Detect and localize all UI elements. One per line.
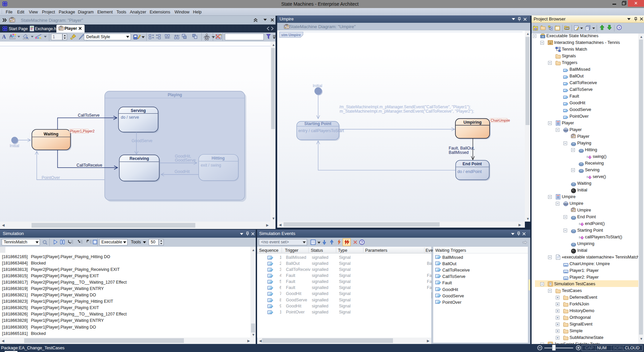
svg-text:entry / callPlayersToStart: entry / callPlayersToStart bbox=[298, 128, 344, 133]
svg-text:BallMissed: BallMissed bbox=[449, 150, 469, 155]
svg-text:PointOver: PointOver bbox=[42, 175, 60, 180]
svg-text:Initial: Initial bbox=[10, 143, 19, 148]
svg-text:Hitting: Hitting bbox=[212, 156, 225, 161]
svg-text:GoodServe: GoodServe bbox=[132, 138, 152, 143]
svg-text:Fault, BallOut,: Fault, BallOut, bbox=[449, 146, 475, 151]
svg-text:Receiving: Receiving bbox=[130, 156, 149, 161]
svg-text:/m_StateMachineImpl.m_pManager: /m_StateMachineImpl.m_pManager.SendEvent… bbox=[339, 105, 471, 109]
svg-text:CallToServe: CallToServe bbox=[78, 113, 100, 118]
svg-text:Waiting: Waiting bbox=[44, 132, 58, 136]
svg-text:Player1,Player2: Player1,Player2 bbox=[70, 129, 95, 133]
svg-text:m_StateMachineImpl.m_pManager.: m_StateMachineImpl.m_pManager.SendEvent(… bbox=[340, 109, 474, 114]
svg-text:ChairUmpire: ChairUmpire bbox=[491, 119, 510, 122]
svg-text:Starting Point: Starting Point bbox=[304, 121, 332, 126]
svg-text:exit / swing: exit / swing bbox=[201, 163, 221, 168]
svg-text:GoodServe: GoodServe bbox=[175, 158, 196, 163]
svg-text:CallToReceive: CallToReceive bbox=[77, 163, 102, 168]
svg-text:do / serve: do / serve bbox=[121, 115, 139, 120]
svg-text:stm Umpire: stm Umpire bbox=[281, 33, 301, 37]
svg-text:GoodHit: GoodHit bbox=[175, 169, 190, 174]
svg-text:Umpiring: Umpiring bbox=[463, 120, 482, 125]
svg-text:?: ? bbox=[618, 26, 620, 30]
svg-text:Playing: Playing bbox=[168, 93, 182, 97]
svg-text:do / endPoint: do / endPoint bbox=[457, 169, 482, 174]
svg-text:?: ? bbox=[361, 240, 363, 244]
svg-text:End Point: End Point bbox=[462, 162, 482, 166]
svg-text:Serving: Serving bbox=[131, 108, 146, 113]
